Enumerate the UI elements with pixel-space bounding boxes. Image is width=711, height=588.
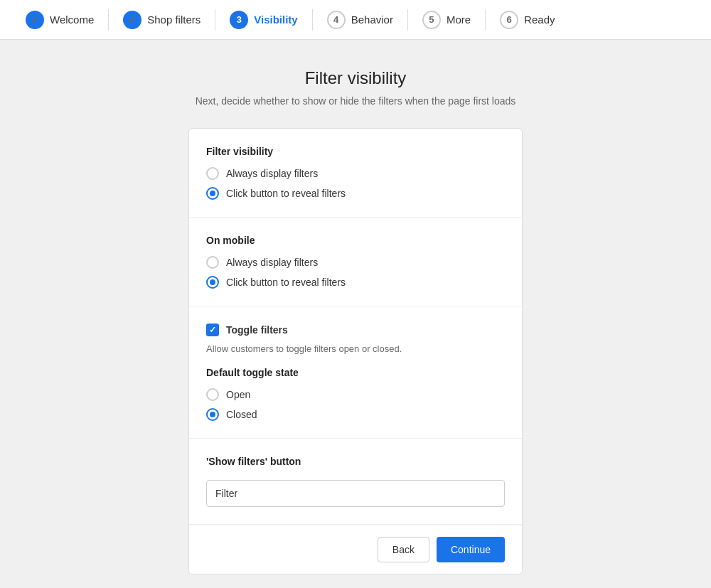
step-circle-behavior: 4 bbox=[327, 11, 346, 29]
radio-click-reveal-mobile[interactable]: Click button to reveal filters bbox=[206, 276, 505, 289]
checkmark-icon: ✓ bbox=[31, 14, 39, 26]
toggle-section: Toggle filters Allow customers to toggle… bbox=[189, 306, 522, 439]
radio-circle-always-display[interactable] bbox=[206, 167, 219, 180]
show-filters-label: 'Show filters' button bbox=[206, 456, 505, 467]
nav-step-ready[interactable]: 6 Ready bbox=[486, 0, 569, 39]
checkmark-icon-2: ✓ bbox=[128, 14, 137, 26]
radio-always-display-mobile[interactable]: Always display filters bbox=[206, 256, 505, 269]
radio-label-always-display-mobile: Always display filters bbox=[226, 257, 318, 268]
show-filters-input[interactable] bbox=[206, 480, 505, 507]
step-circle-visibility: 3 bbox=[230, 11, 248, 29]
back-button[interactable]: Back bbox=[378, 537, 429, 562]
toggle-filters-help: Allow customers to toggle filters open o… bbox=[206, 343, 505, 354]
radio-label-closed: Closed bbox=[226, 409, 257, 420]
continue-button[interactable]: Continue bbox=[437, 537, 505, 562]
nav-step-welcome-label: Welcome bbox=[50, 14, 94, 26]
card-footer: Back Continue bbox=[189, 525, 522, 574]
step-circle-welcome: ✓ bbox=[26, 11, 44, 29]
toggle-filters-checkbox-row[interactable]: Toggle filters bbox=[206, 324, 505, 336]
nav-step-more[interactable]: 5 More bbox=[408, 0, 485, 39]
radio-toggle-open[interactable]: Open bbox=[206, 388, 505, 401]
radio-circle-click-reveal-mobile[interactable] bbox=[206, 276, 219, 289]
toggle-filters-label: Toggle filters bbox=[226, 324, 288, 336]
show-filters-section: 'Show filters' button bbox=[189, 439, 522, 525]
radio-label-click-reveal: Click button to reveal filters bbox=[226, 188, 346, 199]
radio-circle-click-reveal[interactable] bbox=[206, 187, 219, 200]
top-navigation: ✓ Welcome ✓ Shop filters 3 Visibility 4 … bbox=[0, 0, 711, 40]
nav-step-ready-label: Ready bbox=[524, 14, 555, 26]
nav-step-visibility[interactable]: 3 Visibility bbox=[215, 0, 311, 39]
radio-click-reveal[interactable]: Click button to reveal filters bbox=[206, 187, 505, 200]
nav-step-welcome[interactable]: ✓ Welcome bbox=[11, 0, 108, 39]
nav-step-shop-filters-label: Shop filters bbox=[147, 14, 201, 26]
main-content: Filter visibility Next, decide whether t… bbox=[0, 40, 711, 588]
step-circle-shop-filters: ✓ bbox=[123, 11, 141, 29]
nav-step-shop-filters[interactable]: ✓ Shop filters bbox=[109, 0, 215, 39]
radio-label-open: Open bbox=[226, 389, 250, 400]
mobile-section: On mobile Always display filters Click b… bbox=[189, 218, 522, 306]
step-circle-ready: 6 bbox=[500, 11, 518, 29]
filter-visibility-section: Filter visibility Always display filters… bbox=[189, 129, 522, 218]
nav-step-more-label: More bbox=[447, 14, 471, 26]
radio-always-display[interactable]: Always display filters bbox=[206, 167, 505, 180]
default-toggle-state-title: Default toggle state bbox=[206, 367, 505, 378]
radio-toggle-closed[interactable]: Closed bbox=[206, 408, 505, 421]
settings-card: Filter visibility Always display filters… bbox=[188, 128, 523, 574]
nav-step-visibility-label: Visibility bbox=[254, 14, 297, 26]
nav-step-behavior-label: Behavior bbox=[351, 14, 393, 26]
radio-circle-open[interactable] bbox=[206, 388, 219, 401]
radio-label-always-display: Always display filters bbox=[226, 168, 318, 179]
mobile-section-title: On mobile bbox=[206, 235, 505, 246]
radio-label-click-reveal-mobile: Click button to reveal filters bbox=[226, 277, 346, 288]
radio-circle-closed[interactable] bbox=[206, 408, 219, 421]
step-circle-more: 5 bbox=[422, 11, 441, 29]
toggle-filters-checkbox[interactable] bbox=[206, 324, 219, 336]
radio-circle-always-display-mobile[interactable] bbox=[206, 256, 219, 269]
page-subtitle: Next, decide whether to show or hide the… bbox=[196, 95, 516, 107]
nav-step-behavior[interactable]: 4 Behavior bbox=[313, 0, 407, 39]
page-title: Filter visibility bbox=[305, 68, 407, 88]
filter-visibility-title: Filter visibility bbox=[206, 146, 505, 157]
